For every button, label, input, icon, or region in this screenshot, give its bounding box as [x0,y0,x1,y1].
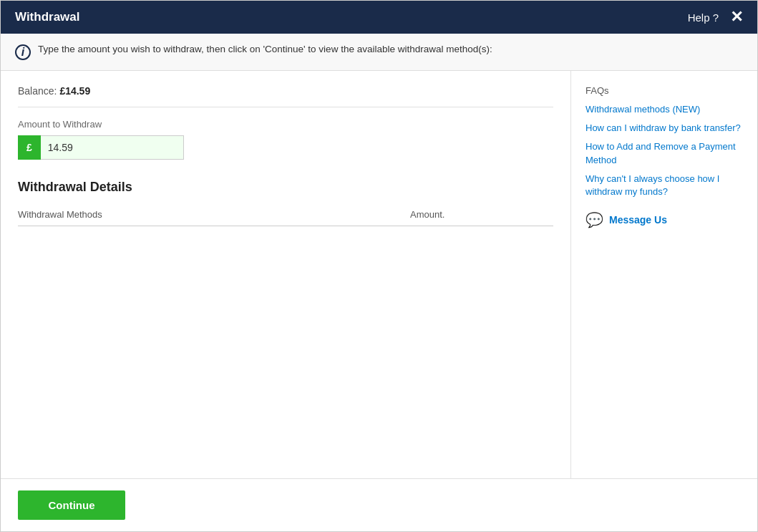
balance-label: Balance: [18,85,57,97]
faq-link-0[interactable]: Withdrawal methods (NEW) [585,103,743,116]
faq-link-2[interactable]: How to Add and Remove a Payment Method [585,140,743,166]
modal-header: Withdrawal Help ? ✕ [1,1,757,34]
message-us-button[interactable]: 💬 Message Us [585,211,743,228]
amount-label: Amount to Withdraw [18,119,553,130]
modal-body: Balance: £14.59 Amount to Withdraw £ Wit… [1,71,757,478]
balance-row: Balance: £14.59 [18,85,553,107]
footer-area: Continue [1,478,757,531]
amount-input-row: £ [18,135,553,160]
faq-link-1[interactable]: How can I withdraw by bank transfer? [585,122,743,135]
balance-value: £14.59 [59,85,90,97]
col-amount-header: Amount. [410,209,553,220]
modal-title: Withdrawal [15,10,80,24]
main-content: Balance: £14.59 Amount to Withdraw £ Wit… [1,71,571,478]
header-actions: Help ? ✕ [688,9,743,25]
message-us-label: Message Us [609,214,667,226]
table-body [18,226,553,464]
close-button[interactable]: ✕ [730,9,743,25]
withdrawal-details-title: Withdrawal Details [18,180,553,195]
amount-input[interactable] [41,135,184,160]
col-method-header: Withdrawal Methods [18,209,410,220]
withdrawal-modal: Withdrawal Help ? ✕ i Type the amount yo… [0,0,758,532]
help-link[interactable]: Help ? [688,11,719,24]
info-bar: i Type the amount you wish to withdraw, … [1,34,757,71]
faq-link-3[interactable]: Why can't I always choose how I withdraw… [585,173,743,198]
message-icon: 💬 [585,211,603,228]
info-text: Type the amount you wish to withdraw, th… [38,44,492,54]
table-header: Withdrawal Methods Amount. [18,209,553,226]
currency-symbol: £ [18,135,41,160]
continue-button[interactable]: Continue [18,490,125,520]
info-icon: i [15,44,31,60]
faq-title: FAQs [585,85,743,96]
sidebar: FAQs Withdrawal methods (NEW) How can I … [571,71,757,478]
